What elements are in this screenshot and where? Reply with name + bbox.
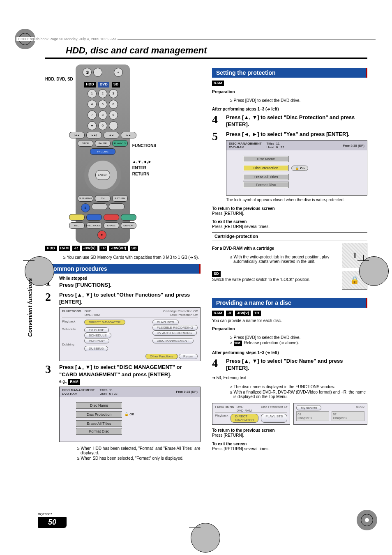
dm-note-sd: When SD has been selected, "Format" only… — [77, 456, 201, 461]
remote-nav-ring: ENTER — [84, 157, 121, 193]
crop-mark-bottom — [189, 521, 201, 533]
remote-rec-icon: ● — [88, 121, 97, 130]
name-intro: You can provide a name for each disc. — [212, 318, 367, 324]
remote-ch: CH — [95, 195, 111, 202]
protect-return-head: To return to the previous screen — [212, 206, 367, 211]
protect-step-4: Press [▲, ▼] to select "Disc Protection"… — [226, 114, 367, 128]
page-number: 50 — [38, 517, 67, 528]
name-see-ref: ➜ 53, Entering text — [212, 375, 367, 381]
name-prep-1: Press [DVD] to select the DVD drive. — [230, 335, 367, 340]
name-bullet-2: With a finalized DVD-R, DVD-RW (DVD-Vide… — [230, 390, 367, 399]
step-3-text: Press [▲, ▼] to select "DISC MANAGEMENT"… — [59, 364, 201, 378]
book-header-text: EH60English.book Page 50 Monday, July 4,… — [16, 37, 118, 41]
disc-management-osd-on: DISC MANAGEMENT DVD-RAM Titles 11 Used 0… — [226, 140, 367, 196]
dm-note-hdd: When HDD has been selected, "Format" and… — [77, 446, 201, 455]
drive-dvd: DVD — [98, 82, 109, 88]
drive-sd: SD — [112, 82, 120, 88]
remote-tvguide: TV GUIDE — [90, 148, 115, 155]
section-setting-protection: Setting the protection — [212, 68, 367, 78]
remote-return: RETURN — [112, 195, 128, 202]
section-providing-name: Providing a name for a disc — [212, 298, 367, 308]
page-title: HDD, disc and card management — [66, 45, 367, 56]
section-common-procedures: Common procedures — [45, 264, 201, 274]
sd-capacity-note: You can use SD Memory Cards with capacit… — [63, 255, 201, 260]
drive-hdd: HDD — [84, 82, 96, 88]
callout-functions: FUNCTIONS — [132, 143, 201, 149]
disc-tags-row: HDD RAM -R -RW(V) +R -RW(VR) SD — [45, 245, 201, 251]
name-prep-2: RAM Release protection (➜ above). — [230, 341, 367, 346]
callout-return: RETURN — [132, 171, 201, 177]
book-header: EH60English.book Page 50 Monday, July 4,… — [16, 39, 376, 44]
remote-hdd-label: HDD, DVD, SD — [45, 77, 73, 81]
remote-setup — [109, 121, 118, 130]
protect-return-body: Press [RETURN]. — [212, 211, 367, 216]
protect-exit-body: Press [RETURN] several times. — [212, 224, 367, 230]
title-rule — [45, 58, 367, 59]
protect-step-4-number: 4 — [212, 114, 223, 125]
protect-tag-ram: RAM — [212, 81, 224, 86]
name-step-4: Press [▲, ▼] to select "Disc Name" and p… — [226, 357, 367, 372]
remote-enter: ENTER — [95, 170, 110, 180]
name-bullet-1: The disc name is displayed in the FUNCTI… — [230, 385, 367, 389]
protect-after-steps: After performing steps 1–3 (➜ left) — [212, 107, 367, 111]
name-exit-head: To exit the screen — [212, 442, 367, 446]
eg-label: e.g., — [59, 379, 67, 384]
name-osd-thumbnails: FUNCTIONS DVD DVD-RAM Disc Protection Of… — [212, 403, 367, 425]
remote-submenu: SUB MENU — [78, 195, 93, 202]
remote-pause: PAUSE — [95, 140, 111, 147]
name-return-body: Press [RETURN]. — [212, 433, 367, 438]
protect-prep-head: Preparation — [212, 90, 367, 94]
callout-arrows-enter: ▲,▼,◄,► ENTER — [132, 159, 201, 171]
name-step-4-number: 4 — [212, 357, 223, 369]
name-exit-body: Press [RETURN] several times. — [212, 446, 367, 452]
step-1-precondition: While stopped — [59, 276, 201, 281]
name-return-head: To return to the previous screen — [212, 428, 367, 433]
section-sidebar-label: Convenient functions — [27, 278, 33, 337]
step-2-text: Press [▲, ▼] to select "Other Functions"… — [59, 291, 201, 306]
name-tags-row: RAM -R -RW(V) +R — [212, 310, 367, 316]
step-1-text: Press [FUNCTIONS]. — [59, 281, 201, 289]
document-code: RQT8307 — [38, 512, 67, 516]
protect-exit-head: To exit the screen — [212, 219, 367, 224]
step-2-number: 2 — [45, 291, 56, 303]
protect-step-5: Press [◄, ►] to select "Yes" and press [… — [226, 131, 367, 138]
eg-tag: RAM — [68, 379, 80, 385]
remote-rec2: REC — [69, 222, 85, 229]
remote-tvvideo — [93, 68, 102, 77]
lock-caption: The lock symbol appears closed when the … — [226, 197, 367, 203]
remote-power-icon: ⏻ — [83, 68, 92, 77]
remote-play: PLAY/x1.3 — [112, 140, 128, 147]
protect-prep-body: Press [DVD] to select the DVD drive. — [230, 98, 367, 103]
remote-control: ⏻+ HDD DVD SD 123 456 789 ●0 |◄◄►►|◄◄►► … — [76, 64, 130, 243]
name-after-steps: After performing steps 1–3 (➜ left) — [212, 350, 367, 355]
remote-vol-icon: + — [114, 68, 123, 77]
remote-stop: STOP — [78, 140, 93, 147]
crop-mark-left — [23, 255, 35, 266]
protect-tag-sd: SD — [212, 271, 221, 277]
protect-step-5-number: 5 — [212, 131, 223, 142]
cartridge-protection-head: Cartridge-protection — [212, 232, 367, 240]
name-prep-head: Preparation — [212, 327, 367, 331]
print-target-bottom-right — [357, 510, 377, 530]
step-3-number: 3 — [45, 364, 56, 375]
disc-management-osd: DISC MANAGEMENT DVD-RAM Titles 11 Used 0… — [59, 387, 201, 442]
functions-osd: FUNCTIONS DVD DVD-RAM Cartridge Protecti… — [59, 307, 201, 361]
crop-mark-right — [357, 255, 369, 266]
